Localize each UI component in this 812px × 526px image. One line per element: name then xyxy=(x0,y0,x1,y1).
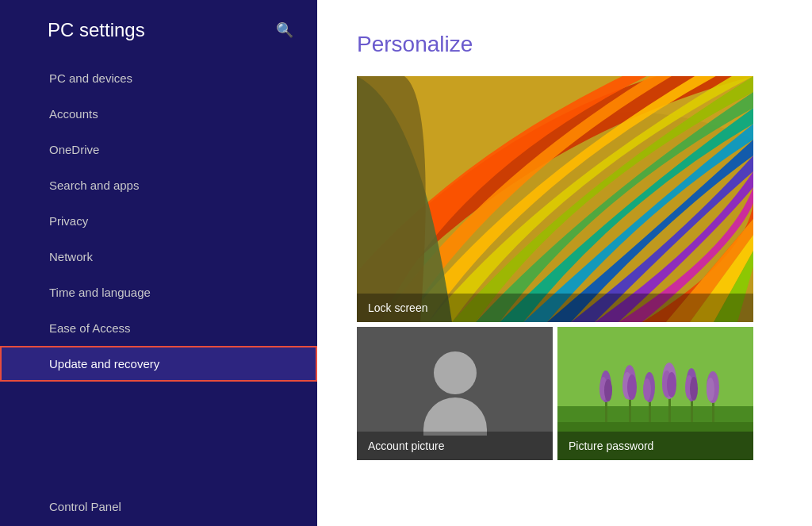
sidebar-item-network[interactable]: Network xyxy=(0,239,317,275)
sidebar-item-pc-and-devices[interactable]: PC and devices xyxy=(0,60,317,96)
main-content: Personalize xyxy=(317,0,812,526)
sidebar: PC settings 🔍 PC and devices Accounts On… xyxy=(0,0,317,526)
tile-row-top: Lock screen xyxy=(357,76,772,322)
svg-point-18 xyxy=(667,372,676,397)
svg-rect-3 xyxy=(557,327,753,406)
tile-row-bottom: Account picture xyxy=(357,327,772,460)
search-icon[interactable]: 🔍 xyxy=(276,21,293,39)
sidebar-item-search-and-apps[interactable]: Search and apps xyxy=(0,167,317,203)
page-title: Personalize xyxy=(357,32,772,57)
picture-password-tile[interactable]: Picture password xyxy=(557,327,753,460)
sidebar-title: PC settings xyxy=(48,19,145,41)
account-picture-tile[interactable]: Account picture xyxy=(357,327,553,460)
picture-password-label: Picture password xyxy=(557,432,753,460)
account-picture-label: Account picture xyxy=(357,432,553,460)
tiles-container: Lock screen Account picture xyxy=(357,76,772,460)
avatar-body xyxy=(423,397,487,436)
sidebar-item-privacy[interactable]: Privacy xyxy=(0,203,317,239)
sidebar-item-update-and-recovery[interactable]: Update and recovery xyxy=(0,346,317,382)
sidebar-header: PC settings 🔍 xyxy=(0,0,317,60)
sidebar-item-control-panel[interactable]: Control Panel xyxy=(0,487,317,526)
sidebar-item-accounts[interactable]: Accounts xyxy=(0,96,317,132)
sidebar-item-time-and-language[interactable]: Time and language xyxy=(0,275,317,310)
svg-point-7 xyxy=(604,379,612,401)
svg-point-25 xyxy=(707,378,714,401)
svg-point-22 xyxy=(690,377,698,401)
lock-screen-tile[interactable]: Lock screen xyxy=(357,76,753,322)
lock-screen-image xyxy=(357,76,753,322)
avatar xyxy=(423,351,487,436)
sidebar-nav: PC and devices Accounts OneDrive Search … xyxy=(0,60,317,526)
svg-point-11 xyxy=(627,374,637,400)
sidebar-item-ease-of-access[interactable]: Ease of Access xyxy=(0,310,317,346)
sidebar-item-onedrive[interactable]: OneDrive xyxy=(0,132,317,167)
lock-screen-label: Lock screen xyxy=(357,294,753,322)
avatar-head xyxy=(434,351,477,394)
svg-point-14 xyxy=(643,378,651,401)
